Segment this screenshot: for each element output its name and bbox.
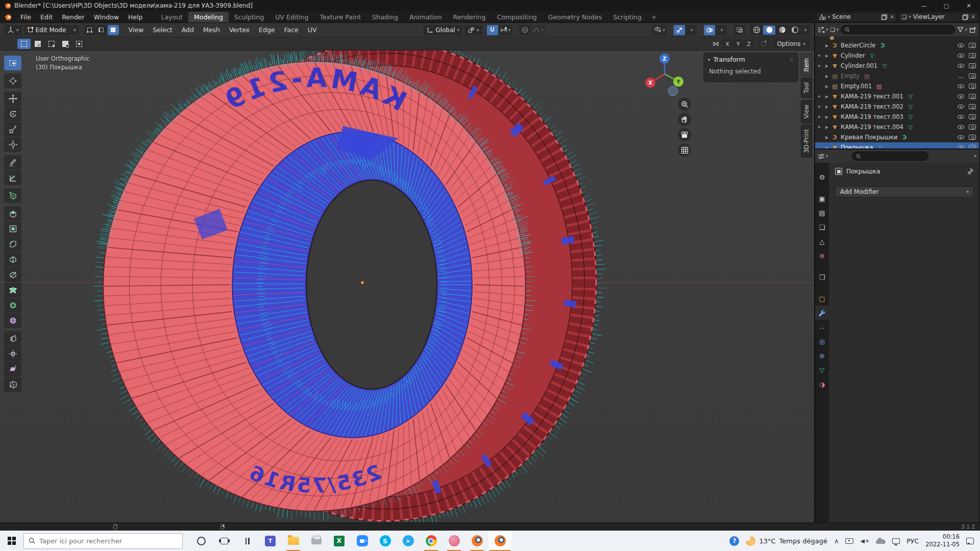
blender-taskbar-button[interactable]: [465, 531, 488, 551]
select-mode-invert-button[interactable]: [59, 39, 72, 49]
properties-options-dropdown[interactable]: ▾: [974, 154, 976, 159]
outliner-row[interactable]: ▶ Кривая Покрышки: [815, 132, 979, 142]
disable-in-renders-toggle[interactable]: [969, 114, 976, 119]
tab-tool-properties[interactable]: ⚙: [815, 170, 829, 184]
select-mode-subtract-button[interactable]: [45, 39, 58, 49]
maximize-button[interactable]: ▢: [935, 0, 958, 11]
mirror-axis-toggle[interactable]: Y: [733, 39, 743, 48]
show-hidden-icons-chevron[interactable]: ∧: [834, 537, 839, 545]
viewport-menu[interactable]: Select: [148, 25, 177, 35]
sidebar-tab[interactable]: 3D-Print: [801, 124, 812, 158]
camera-view-button[interactable]: [678, 128, 691, 141]
tool-bevel[interactable]: [4, 237, 21, 252]
minimize-button[interactable]: —: [913, 0, 935, 11]
vertex-select-button[interactable]: [84, 25, 95, 35]
language-indicator[interactable]: РУС: [906, 537, 919, 545]
tool-shear[interactable]: [4, 362, 21, 377]
volume-muted-icon[interactable]: ◀✕: [860, 538, 869, 544]
outliner-display-mode-dropdown[interactable]: ❏ ▾: [830, 27, 839, 33]
outliner-row[interactable]: ▶ КАМА-219 текст.004: [815, 122, 979, 132]
viewport-menu[interactable]: Vertex: [225, 25, 254, 35]
chrome-button[interactable]: [420, 531, 443, 551]
outliner-row[interactable]: ▶ Cylinder: [815, 51, 979, 61]
disclosure-triangle-icon[interactable]: ▶: [823, 125, 830, 130]
pin-icon[interactable]: [967, 168, 974, 175]
remove-viewlayer-icon[interactable]: ✕: [971, 14, 975, 20]
disclosure-triangle-icon[interactable]: ▶: [823, 135, 830, 140]
workspace-tab[interactable]: Texture Paint: [314, 12, 366, 22]
pinned-app-bars[interactable]: [236, 531, 259, 551]
viewport-menu[interactable]: Mesh: [199, 25, 225, 35]
shading-dropdown[interactable]: ▾: [801, 26, 810, 35]
hide-in-viewport-toggle[interactable]: [958, 105, 964, 109]
outliner-filter-dropdown[interactable]: ▾: [957, 27, 967, 33]
gizmo-y-axis[interactable]: Y: [676, 79, 680, 85]
unlink-scene-icon[interactable]: ✕: [890, 14, 894, 20]
workspace-tab[interactable]: Animation: [404, 12, 448, 22]
select-mode-intersect-button[interactable]: [72, 39, 86, 49]
select-mode-set-button[interactable]: [17, 39, 31, 49]
proportional-editing-toggle[interactable]: [519, 25, 530, 35]
orthographic-grid-button[interactable]: [678, 143, 691, 157]
outliner-editor-type-button[interactable]: ▾: [818, 27, 828, 33]
tool-inset-faces[interactable]: [4, 221, 21, 236]
tool-move[interactable]: [4, 91, 21, 106]
pan-hand-button[interactable]: [678, 113, 691, 126]
tool-select-box[interactable]: [4, 56, 21, 70]
gizmo-z-axis[interactable]: Z: [663, 56, 666, 62]
start-button[interactable]: [0, 531, 23, 551]
snap-settings-dropdown[interactable]: ▾: [499, 25, 512, 35]
new-collection-button[interactable]: [969, 27, 976, 33]
cortana-button[interactable]: [190, 531, 213, 551]
network-icon[interactable]: [892, 538, 900, 544]
menubar-item[interactable]: Help: [124, 12, 148, 22]
disclosure-triangle-icon[interactable]: ▶: [823, 105, 830, 109]
tab-output-properties[interactable]: ▤: [815, 206, 829, 220]
mirror-axis-toggle[interactable]: X: [722, 39, 732, 48]
tab-object-data-properties[interactable]: ▽: [815, 363, 829, 377]
select-mode-extend-button[interactable]: [31, 39, 44, 49]
edge-select-button[interactable]: [96, 25, 107, 35]
panel-collapse-icon[interactable]: ▾: [708, 57, 710, 62]
menubar-item[interactable]: Edit: [36, 12, 57, 22]
workspace-tab[interactable]: Rendering: [448, 12, 492, 22]
blender-menu-icon[interactable]: [4, 13, 12, 21]
tool-rip-region[interactable]: [4, 377, 21, 392]
tool-measure[interactable]: [4, 170, 21, 185]
scene-selector[interactable]: ▾ Scene ✕: [816, 12, 897, 22]
outliner-row[interactable]: ▶ BezierCircle: [815, 40, 979, 51]
outliner-row[interactable]: ▶ Empty: [815, 71, 979, 81]
tool-knife[interactable]: [4, 267, 21, 282]
navigation-gizmo[interactable]: Z X Y: [643, 53, 686, 95]
sidebar-tab[interactable]: View: [801, 100, 812, 123]
tool-transform[interactable]: [4, 137, 21, 152]
disable-in-renders-toggle[interactable]: [969, 43, 976, 48]
show-object-types-dropdown[interactable]: ▾: [652, 25, 667, 35]
tab-viewlayer-properties[interactable]: ❏: [815, 220, 829, 234]
viewport-menu[interactable]: Add: [177, 25, 199, 35]
tab-object-properties[interactable]: ▢: [815, 291, 829, 306]
workspace-tab[interactable]: Shading: [366, 12, 404, 22]
new-viewlayer-icon[interactable]: [962, 14, 969, 20]
tab-render-properties[interactable]: ▣: [815, 191, 829, 206]
hide-in-viewport-toggle[interactable]: [958, 135, 964, 139]
help-tray-icon[interactable]: ?: [729, 536, 739, 546]
gizmos-dropdown[interactable]: ▾: [685, 25, 697, 35]
zoom-app-button[interactable]: [351, 531, 374, 551]
workspace-tab[interactable]: Scripting: [607, 12, 647, 22]
transform-orientation-dropdown[interactable]: Global ▾: [424, 25, 462, 35]
tire-model[interactable]: КАМА-219 235/75R16: [0, 51, 814, 522]
disclosure-triangle-icon[interactable]: ▶: [823, 54, 830, 58]
printer-app-button[interactable]: [305, 531, 328, 551]
skype-button[interactable]: S: [374, 531, 397, 551]
properties-search[interactable]: [852, 152, 928, 161]
add-modifier-dropdown[interactable]: Add Modifier ▾: [835, 186, 974, 197]
tool-loop-cut[interactable]: [4, 252, 21, 267]
overlays-dropdown[interactable]: ▾: [716, 25, 727, 35]
disable-in-renders-toggle[interactable]: [969, 94, 976, 99]
pivot-point-dropdown[interactable]: ▾: [464, 25, 482, 35]
proportional-falloff-dropdown[interactable]: ▾: [531, 25, 545, 35]
outliner-row[interactable]: ▶ КАМА-219 текст.003: [815, 112, 979, 122]
viewlayer-selector[interactable]: ❏ ▾ ViewLayer ✕: [899, 12, 978, 22]
zoom-button[interactable]: [678, 97, 691, 111]
